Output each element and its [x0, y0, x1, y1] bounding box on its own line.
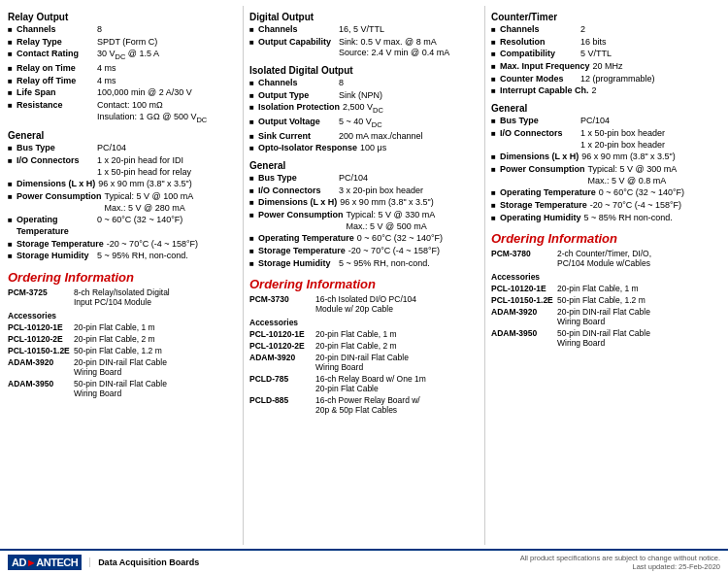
- prop-do-capability: ■Output CapabilitySink: 0.5 V max. @ 8 m…: [249, 37, 479, 59]
- prop-bus-type: ■Bus TypePC/104: [8, 143, 237, 154]
- counter-list: ■Channels2 ■Resolution16 bits ■Compatibi…: [491, 24, 720, 97]
- col1-general-list: ■Bus TypePC/104 ■I/O Connectors1 x 20-pi…: [8, 143, 237, 262]
- col3-general-list: ■Bus TypePC/104 ■I/O Connectors1 x 50-pi…: [491, 116, 720, 223]
- col3-prop-op-hum: ■Operating Humidity5 ~ 85% RH non-cond.: [491, 213, 720, 224]
- prop-iso-opto: ■Opto-Isolator Response100 μs: [249, 143, 479, 154]
- digital-output-list: ■Channels16, 5 V/TTL ■Output CapabilityS…: [249, 24, 479, 59]
- col3-prop-power: ■Power ConsumptionTypical: 5 V @ 300 mAM…: [491, 164, 720, 186]
- col3-prop-stor-temp: ■Storage Temperature-20 ~ 70°C (-4 ~ 158…: [491, 200, 720, 212]
- footer-board-type: Data Acquisition Boards: [89, 557, 199, 567]
- col2-prop-dims: ■Dimensions (L x H)96 x 90 mm (3.8" x 3.…: [249, 197, 479, 209]
- logo-vantech: ►: [26, 557, 36, 568]
- col2-prop-op-temp: ■Operating Temperature0 ~ 60°C (32 ~ 140…: [249, 233, 479, 245]
- main-columns: Relay Output ■Channels8 ■Relay TypeSPDT …: [8, 6, 720, 545]
- col3-prop-op-temp: ■Operating Temperature0 ~ 60°C (32 ~ 140…: [491, 187, 720, 199]
- col3-acc-2: PCL-10150-1.2E50-pin Flat Cable, 1.2 m: [491, 295, 720, 305]
- footer-date: Last updated: 25-Feb-2020: [633, 562, 720, 571]
- col2-acc-4: PCLD-78516-ch Relay Board w/ One 1m20-pi…: [249, 374, 479, 393]
- col2-general-list: ■Bus TypePC/104 ■I/O Connectors3 x 20-pi…: [249, 173, 479, 270]
- prop-ct-modes: ■Counter Modes12 (programmable): [491, 74, 720, 85]
- prop-ct-compat: ■Compatibility5 V/TTL: [491, 49, 720, 60]
- prop-iso-type: ■Output TypeSink (NPN): [249, 90, 479, 102]
- col3-general-title: General: [491, 103, 720, 114]
- prop-io-conn: ■I/O Connectors1 x 20-pin head for IDI1 …: [8, 155, 237, 178]
- col3-order-item: PCM-3780 2-ch Counter/Timer, DI/O,PC/104…: [491, 249, 720, 268]
- footer: AD►ANTECH Data Acquisition Boards All pr…: [0, 549, 728, 574]
- col3-prop-dims: ■Dimensions (L x H)96 x 90 mm (3.8" x 3.…: [491, 152, 720, 163]
- prop-do-channels: ■Channels16, 5 V/TTL: [249, 24, 479, 36]
- prop-channels: ■Channels8: [8, 24, 237, 36]
- counter-title: Counter/Timer: [491, 12, 720, 22]
- prop-relay-off: ■Relay off Time4 ms: [8, 76, 237, 87]
- col2-acc-1: PCL-10120-1E20-pin Flat Cable, 1 m: [249, 329, 479, 339]
- col1-acc-2: PCL-10120-2E20-pin Flat Cable, 2 m: [8, 334, 237, 344]
- prop-op-temp: ■OperatingTemperature0 ~ 60°C (32 ~ 140°…: [8, 215, 237, 237]
- prop-ct-resolution: ■Resolution16 bits: [491, 37, 720, 49]
- col2-prop-stor-temp: ■Storage Temperature-20 ~ 70°C (-4 ~ 158…: [249, 246, 479, 257]
- prop-ct-freq: ■Max. Input Frequency20 MHz: [491, 61, 720, 73]
- footer-note: All product specifications are subject t…: [520, 554, 720, 562]
- digital-output-title: Digital Output: [249, 12, 479, 22]
- col2-acc-3: ADAM-392020-pin DIN-rail Flat CableWirin…: [249, 353, 479, 372]
- col2-prop-io: ■I/O Connectors3 x 20-pin box header: [249, 186, 479, 197]
- prop-relay-type: ■Relay TypeSPDT (Form C): [8, 37, 237, 49]
- col1-acc-5: ADAM-395050-pin DIN-rail Flat CableWirin…: [8, 379, 237, 398]
- logo-vantech2: ANTECH: [36, 557, 78, 568]
- col2-prop-bus: ■Bus TypePC/104: [249, 173, 479, 185]
- relay-output-list: ■Channels8 ■Relay TypeSPDT (Form C) ■Con…: [8, 24, 237, 124]
- col2-prop-stor-hum: ■Storage Humidity5 ~ 95% RH, non-cond.: [249, 258, 479, 270]
- logo-text: AD: [12, 557, 26, 568]
- col1-ordering-title: Ordering Information: [8, 270, 237, 285]
- prop-relay-on: ■Relay on Time4 ms: [8, 63, 237, 75]
- col2-ordering-title: Ordering Information: [249, 277, 479, 291]
- col3-acc-title: Accessories: [491, 272, 720, 282]
- col2-acc-title: Accessories: [249, 318, 479, 327]
- prop-contact-rating: ■Contact Rating30 VDC @ 1.5 A: [8, 49, 237, 62]
- prop-life-span: ■Life Span100,000 min @ 2 A/30 V: [8, 87, 237, 99]
- prop-stor-hum: ■Storage Humidity5 ~ 95% RH, non-cond.: [8, 251, 237, 262]
- prop-iso-protection: ■Isolation Protection2,500 VDC: [249, 102, 479, 116]
- column-3: Counter/Timer ■Channels2 ■Resolution16 b…: [485, 6, 720, 545]
- col1-acc-3: PCL-10150-1.2E50-pin Flat Cable, 1.2 m: [8, 346, 237, 355]
- isolated-title: Isolated Digital Output: [249, 65, 479, 76]
- prop-dims: ■Dimensions (L x H)96 x 90 mm (3.8" x 3.…: [8, 179, 237, 190]
- col2-general-title: General: [249, 160, 479, 171]
- col2-prop-power: ■Power ConsumptionTypical: 5 V @ 330 mAM…: [249, 210, 479, 232]
- prop-ct-channels: ■Channels2: [491, 24, 720, 36]
- column-1: Relay Output ■Channels8 ■Relay TypeSPDT …: [8, 6, 244, 545]
- col1-acc-1: PCL-10120-1E20-pin Flat Cable, 1 m: [8, 322, 237, 332]
- col1-acc-4: ADAM-392020-pin DIN-rail Flat CableWirin…: [8, 357, 237, 377]
- prop-iso-current: ■Sink Current200 mA max./channel: [249, 131, 479, 143]
- col1-order-item: PCM-3725 8-ch Relay/Isolated DigitalInpu…: [8, 287, 237, 307]
- page: Relay Output ■Channels8 ■Relay TypeSPDT …: [0, 0, 728, 574]
- prop-iso-voltage: ■Output Voltage5 ~ 40 VDC: [249, 117, 479, 130]
- relay-output-title: Relay Output: [8, 12, 237, 22]
- prop-stor-temp: ■Storage Temperature-20 ~ 70°C (-4 ~ 158…: [8, 239, 237, 251]
- col2-acc-2: PCL-10120-2E20-pin Flat Cable, 2 m: [249, 341, 479, 351]
- col1-acc-title: Accessories: [8, 311, 237, 321]
- col1-general-title: General: [8, 130, 237, 141]
- col3-prop-io: ■I/O Connectors1 x 50-pin box header1 x …: [491, 128, 720, 151]
- prop-ct-int: ■Interrupt Capable Ch.2: [491, 85, 720, 97]
- col3-acc-3: ADAM-392020-pin DIN-rail Flat CableWirin…: [491, 307, 720, 326]
- col3-prop-bus: ■Bus TypePC/104: [491, 116, 720, 127]
- column-2: Digital Output ■Channels16, 5 V/TTL ■Out…: [244, 6, 485, 545]
- col3-acc-1: PCL-10120-1E20-pin Flat Cable, 1 m: [491, 284, 720, 293]
- prop-iso-channels: ■Channels8: [249, 78, 479, 89]
- col3-acc-4: ADAM-395050-pin DIN-rail Flat CableWirin…: [491, 328, 720, 348]
- footer-logo: AD►ANTECH: [8, 555, 82, 570]
- col2-order-item: PCM-3730 16-ch Isolated DI/O PC/104Modul…: [249, 294, 479, 314]
- col3-ordering-title: Ordering Information: [491, 231, 720, 246]
- col2-acc-5: PCLD-88516-ch Power Relay Board w/20p & …: [249, 395, 479, 415]
- isolated-list: ■Channels8 ■Output TypeSink (NPN) ■Isola…: [249, 78, 479, 154]
- prop-power: ■Power ConsumptionTypical: 5 V @ 100 mAM…: [8, 191, 237, 214]
- prop-resistance: ■ResistanceContact: 100 mΩInsulation: 1 …: [8, 100, 237, 124]
